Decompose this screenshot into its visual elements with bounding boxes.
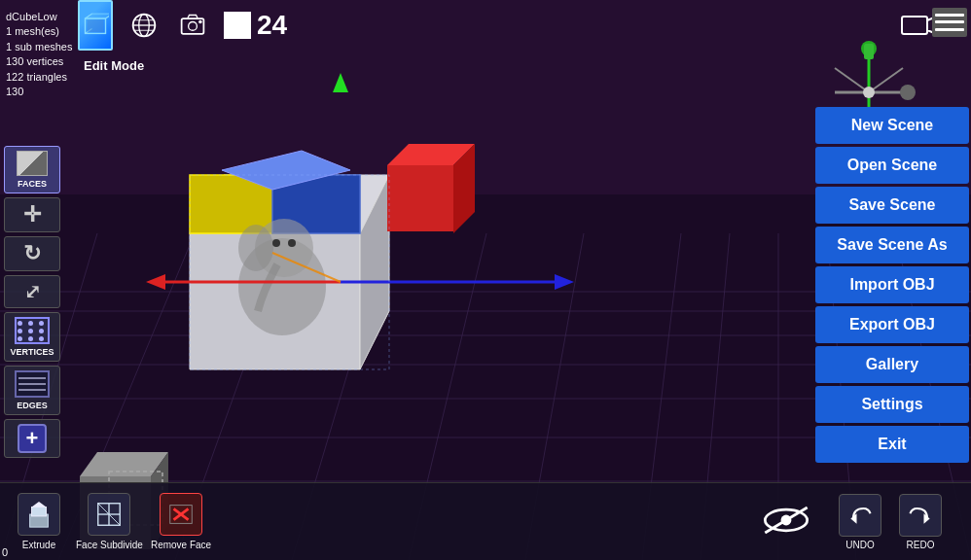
vdot	[18, 329, 22, 333]
gallery-button[interactable]: Gallery	[815, 346, 969, 383]
move-icon: ✛	[23, 202, 41, 228]
vdot	[28, 329, 33, 333]
svg-rect-60	[902, 17, 927, 34]
svg-rect-51	[88, 19, 104, 32]
export-obj-button[interactable]: Export OBJ	[815, 306, 969, 343]
coord-value: 0	[2, 546, 8, 558]
frame-counter: 24	[224, 10, 287, 41]
svg-point-29	[288, 239, 296, 247]
edges-icon	[15, 370, 50, 398]
top-toolbar: 24	[78, 8, 287, 43]
edges-label: EDGES	[17, 401, 48, 410]
save-scene-as-button[interactable]: Save Scene As	[815, 227, 969, 263]
face-subdivide-label: Face Subdivide	[76, 540, 143, 550]
svg-point-65	[900, 85, 916, 100]
svg-rect-71	[32, 508, 47, 516]
mesh-name: dCubeLow	[6, 10, 72, 24]
svg-point-27	[238, 225, 273, 271]
vertices-label: VERTICES	[10, 347, 54, 357]
vdot	[28, 336, 33, 341]
rotate-icon: ↻	[23, 241, 41, 266]
vdot	[39, 321, 44, 326]
mesh-icon-button[interactable]	[78, 8, 113, 43]
add-tool[interactable]: +	[4, 419, 60, 458]
triangles-count: 122 triangles	[6, 70, 72, 85]
edge-lines	[18, 377, 46, 391]
face-subdivide-tool[interactable]: Face Subdivide	[76, 493, 143, 550]
vdot	[28, 321, 33, 326]
redo-label: REDO	[907, 540, 935, 550]
vdot	[39, 336, 44, 341]
extrude-label: Extrude	[22, 540, 55, 550]
ham-line-2	[935, 20, 964, 23]
visibility-button[interactable]	[761, 501, 811, 543]
extrude-tool[interactable]: Extrude	[10, 493, 68, 550]
eline	[18, 377, 46, 379]
edit-mode-label: Edit Mode	[84, 58, 144, 73]
coord-display: 0	[2, 546, 8, 558]
face-subdivide-icon	[88, 493, 130, 536]
edges-tool[interactable]: EDGES	[4, 366, 60, 415]
svg-rect-30	[387, 165, 453, 231]
svg-point-68	[863, 87, 875, 98]
frame-number: 24	[257, 10, 287, 41]
save-scene-button[interactable]: Save Scene	[815, 187, 969, 224]
faces-tool[interactable]: FACES	[4, 146, 60, 193]
svg-point-58	[189, 22, 198, 31]
left-toolbar: FACES ✛ ↻ ⤢ VERTICES	[4, 146, 60, 458]
vertices-icon	[15, 317, 50, 344]
redo-icon	[899, 494, 942, 537]
redo-button[interactable]: REDO	[899, 494, 942, 550]
svg-marker-50	[86, 14, 110, 18]
vert-dots	[18, 321, 47, 341]
open-scene-button[interactable]: Open Scene	[815, 147, 969, 184]
settings-button[interactable]: Settings	[815, 386, 969, 423]
sub-meshes: 1 sub meshes	[6, 40, 72, 54]
ham-line-1	[935, 14, 964, 17]
bottom-toolbar: Extrude Face Subdivide Remove Face	[0, 482, 971, 560]
exit-button[interactable]: Exit	[815, 426, 969, 463]
faces-icon	[17, 151, 48, 176]
remove-face-icon	[160, 493, 202, 536]
vdot	[39, 329, 44, 333]
frame-square	[224, 12, 251, 39]
scale-icon: ⤢	[24, 280, 41, 303]
vdot	[18, 336, 22, 341]
mesh-count: 1 mesh(es)	[6, 24, 72, 39]
screenshot-icon-button[interactable]	[175, 8, 210, 43]
scale-tool[interactable]: ⤢	[4, 275, 60, 308]
remove-face-tool[interactable]: Remove Face	[151, 493, 211, 550]
new-scene-button[interactable]: New Scene	[815, 107, 969, 144]
svg-point-28	[272, 239, 280, 247]
extrude-icon	[18, 493, 60, 536]
import-obj-button[interactable]: Import OBJ	[815, 266, 969, 303]
globe-icon-button[interactable]	[126, 8, 162, 43]
faces-label: FACES	[18, 179, 47, 189]
svg-rect-69	[864, 44, 874, 59]
svg-line-67	[835, 68, 869, 92]
svg-line-66	[869, 68, 903, 92]
move-tool[interactable]: ✛	[4, 197, 60, 232]
nav-gizmo	[815, 39, 913, 117]
svg-point-59	[198, 20, 202, 24]
add-icon: +	[18, 424, 47, 453]
right-menu: New Scene Open Scene Save Scene Save Sce…	[815, 107, 971, 463]
vertices-count: 130 vertices	[6, 54, 72, 69]
eline	[18, 383, 46, 385]
number-display: 130	[6, 85, 72, 99]
vdot	[18, 321, 22, 326]
remove-face-label: Remove Face	[151, 540, 211, 550]
undo-label: UNDO	[845, 540, 874, 550]
svg-marker-72	[32, 502, 47, 508]
undo-icon	[839, 494, 881, 537]
rotate-tool[interactable]: ↻	[4, 236, 60, 271]
eline	[18, 389, 46, 391]
info-panel: dCubeLow 1 mesh(es) 1 sub meshes 130 ver…	[0, 8, 78, 101]
vertices-tool[interactable]: VERTICES	[4, 312, 60, 362]
hamburger-menu-button[interactable]	[932, 8, 967, 37]
undo-button[interactable]: UNDO	[839, 494, 881, 550]
ham-line-3	[935, 28, 964, 31]
